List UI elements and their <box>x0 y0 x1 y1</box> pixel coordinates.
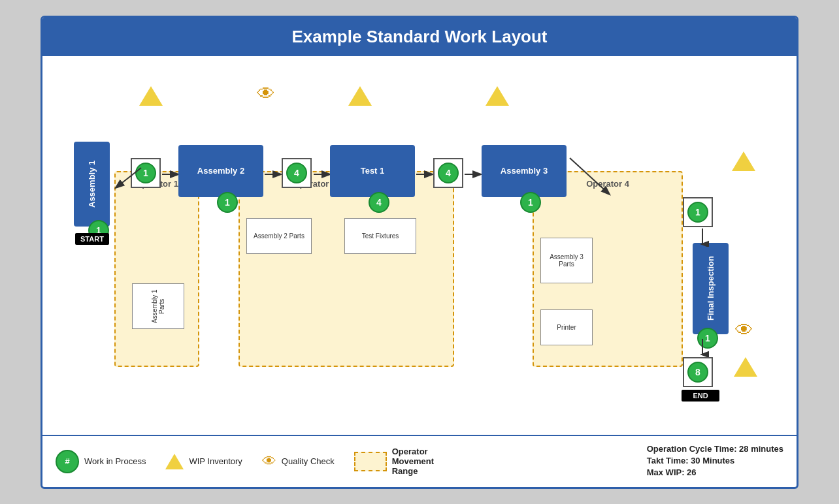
operator1-range: Operator 1 Assembly 1 Parts <box>114 171 199 367</box>
legend-inventory-text: WIP Inventory <box>189 456 242 466</box>
title-bar: Example Standard Work Layout <box>42 18 797 56</box>
quality-check-2: 👁 <box>735 321 753 339</box>
assembly2-parts-box: Assembly 2 Parts <box>246 218 312 254</box>
svg-line-0 <box>116 168 141 187</box>
end-label: END <box>682 390 719 402</box>
legend-oprange-item: OperatorMovementRange <box>354 447 434 476</box>
assembly2-parts-label: Assembly 2 Parts <box>254 232 304 240</box>
legend-wip-text: Work in Process <box>84 456 146 466</box>
inv-box-2: 4 <box>282 158 312 188</box>
arrow-final-inv5 <box>696 338 709 360</box>
wip-inv4: 1 <box>687 202 708 223</box>
legend: # Work in Process WIP Inventory 👁 Qualit… <box>42 435 797 487</box>
printer-box: Printer <box>540 309 593 345</box>
arrow-test1-inv3 <box>415 168 435 183</box>
wip-triangle-6 <box>734 357 757 379</box>
main-container: Example Standard Work Layout Operator 1 … <box>41 16 798 489</box>
arrow-inv2-test1 <box>312 168 332 183</box>
arrow-inv3-asm3 <box>463 168 483 183</box>
legend-inventory-item: WIP Inventory <box>165 454 242 469</box>
arrow-inv4-final <box>696 227 709 249</box>
legend-oprange-text: OperatorMovementRange <box>392 447 434 476</box>
legend-triangle <box>165 454 184 469</box>
legend-oprange-box <box>354 452 387 471</box>
arrow-asm2-inv2 <box>263 168 283 183</box>
legend-wip-item: # Work in Process <box>56 450 146 473</box>
operator23-range: Operator 2 Operator 3 Assembly 2 Parts T… <box>239 171 454 367</box>
arrow-back-asm1 <box>111 151 144 191</box>
diagram-inner: Operator 1 Assembly 1 Parts Operator 2 O… <box>56 67 783 413</box>
title: Example Standard Work Layout <box>291 27 547 46</box>
wip-inv2: 4 <box>286 163 307 183</box>
stat-takt-time: Takt Time: 30 Minutes <box>647 456 783 465</box>
legend-stats: Operation Cycle Time: 28 minutes Takt Ti… <box>647 444 783 479</box>
stat-max-wip: Max WIP: 26 <box>647 467 783 477</box>
legend-wip-symbol: # <box>65 456 69 466</box>
test1-label: Test 1 <box>361 166 385 176</box>
wip-inv3: 4 <box>438 163 459 183</box>
wip-inv5: 8 <box>687 362 708 383</box>
wip-triangle-1 <box>139 86 163 108</box>
final-inspection-label: Final Inspection <box>706 256 716 321</box>
assembly3-label: Assembly 3 <box>501 166 548 176</box>
assembly3-parts-label: Assembly 3 Parts <box>544 253 589 268</box>
legend-quality-text: Quality Check <box>282 456 335 466</box>
wip-test1: 4 <box>369 192 389 213</box>
start-label: START <box>75 233 109 245</box>
wip-triangle-5 <box>732 151 755 174</box>
wip-triangle-3 <box>485 86 509 108</box>
assembly3-station: Assembly 3 <box>482 145 567 197</box>
inv-box-3: 4 <box>433 158 463 188</box>
test-fixtures-label: Test Fixtures <box>362 232 399 240</box>
svg-line-6 <box>570 158 609 194</box>
assembly2-station: Assembly 2 <box>178 145 263 197</box>
assembly2-label: Assembly 2 <box>197 166 244 176</box>
test-fixtures-box: Test Fixtures <box>344 218 416 254</box>
arrow-inv1-asm2 <box>161 168 180 183</box>
assembly1-station: Assembly 1 <box>74 142 110 227</box>
arrow-asm3-inv4 <box>567 151 619 204</box>
legend-eye-icon: 👁 <box>262 454 276 469</box>
diagram-area: Operator 1 Assembly 1 Parts Operator 2 O… <box>42 56 797 435</box>
legend-quality-item: 👁 Quality Check <box>262 454 335 469</box>
assembly1-parts-label: Assembly 1 Parts <box>151 287 165 326</box>
test1-station: Test 1 <box>330 145 415 197</box>
quality-check-1: 👁 <box>257 85 275 103</box>
assembly3-parts-box: Assembly 3 Parts <box>540 238 593 283</box>
wip-assembly3: 1 <box>520 192 541 213</box>
inv-box-4: 1 <box>683 197 713 227</box>
legend-wip-circle: # <box>56 450 79 473</box>
stat-cycle-time: Operation Cycle Time: 28 minutes <box>647 444 783 454</box>
assembly1-parts-box: Assembly 1 Parts <box>132 283 184 329</box>
inv-box-5: 8 <box>683 357 713 387</box>
assembly1-label: Assembly 1 <box>87 160 97 207</box>
wip-triangle-2 <box>348 86 372 108</box>
wip-assembly2: 1 <box>217 192 238 213</box>
final-inspection-station: Final Inspection <box>693 243 729 334</box>
printer-label: Printer <box>557 324 576 331</box>
